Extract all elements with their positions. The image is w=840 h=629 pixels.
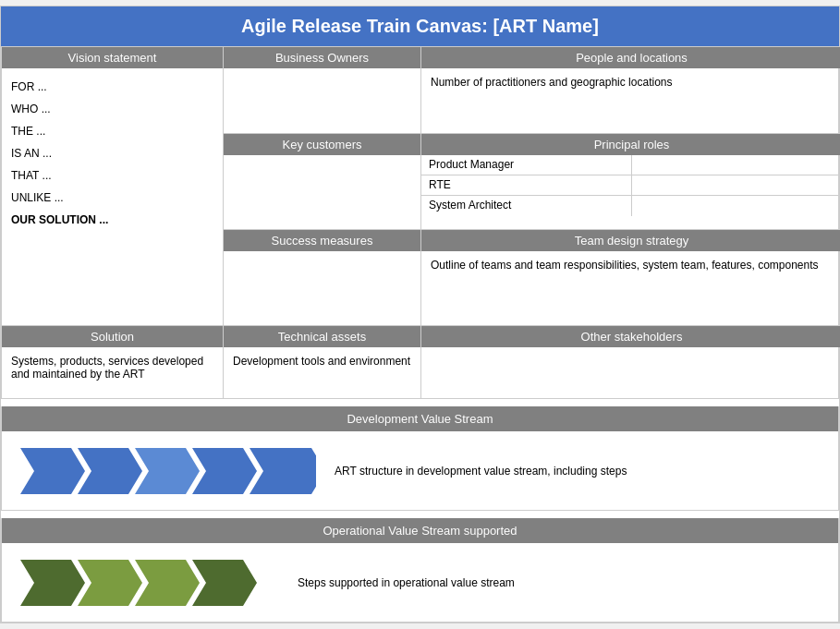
ovs-arrow-svg (20, 560, 279, 606)
people-locations-body: Number of practitioners and geographic l… (421, 68, 840, 133)
role-label-rte: RTE (421, 175, 632, 196)
success-measures-header: Success measures (224, 230, 420, 251)
solution-body: Systems, products, services developed an… (2, 347, 223, 398)
principal-roles-cell: Principal roles Product Manager RTE Syst… (421, 134, 840, 230)
success-measures-cell: Success measures (224, 230, 421, 326)
key-customers-cell: Key customers (224, 134, 421, 230)
ovs-header: Operational Value Stream supported (2, 518, 838, 543)
svg-marker-2 (135, 448, 200, 494)
role-label-pm: Product Manager (421, 155, 632, 175)
svg-marker-1 (78, 448, 142, 494)
dvs-body: ART structure in development value strea… (2, 431, 838, 510)
svg-marker-8 (192, 560, 257, 606)
team-design-cell: Team design strategy Outline of teams an… (421, 230, 840, 326)
key-customers-body (224, 155, 420, 229)
canvas-title: Agile Release Train Canvas: [ART Name] (1, 6, 839, 46)
dvs-arrow-svg (20, 448, 316, 494)
role-label-sa: System Architect (421, 196, 632, 216)
technical-assets-body: Development tools and environment (224, 347, 420, 398)
technical-assets-header: Technical assets (224, 326, 420, 347)
ovs-text: Steps supported in operational value str… (298, 575, 515, 591)
vision-header: Vision statement (2, 47, 223, 68)
ovs-arrows (20, 560, 279, 606)
svg-marker-0 (20, 448, 85, 494)
vision-line-3: THE ... (11, 120, 213, 142)
solution-cell: Solution Systems, products, services dev… (2, 326, 224, 398)
ovs-body: Steps supported in operational value str… (2, 543, 838, 622)
vision-line-4: IS AN ... (11, 142, 213, 164)
key-customers-header: Key customers (224, 134, 420, 155)
svg-marker-5 (20, 560, 85, 606)
svg-marker-6 (78, 560, 142, 606)
svg-marker-4 (250, 448, 316, 494)
business-owners-body (224, 68, 420, 133)
vision-line-6: UNLIKE ... (11, 187, 213, 209)
canvas-wrapper: Agile Release Train Canvas: [ART Name] V… (0, 6, 840, 623)
vision-line-2: WHO ... (11, 98, 213, 120)
vision-line-1: FOR ... (11, 76, 213, 98)
team-design-header: Team design strategy (421, 230, 840, 251)
vision-line-5: THAT ... (11, 164, 213, 187)
technical-assets-cell: Technical assets Development tools and e… (224, 326, 421, 398)
role-value-sa (632, 196, 841, 216)
ovs-section: Operational Value Stream supported Steps… (1, 518, 839, 623)
roles-grid: Product Manager RTE System Architect (421, 155, 840, 216)
other-stakeholders-body (421, 347, 840, 398)
dvs-text: ART structure in development value strea… (335, 463, 627, 479)
svg-marker-7 (135, 560, 200, 606)
dvs-header: Development Value Stream (2, 406, 838, 431)
role-value-rte (632, 175, 841, 196)
business-owners-cell: Business Owners (224, 47, 421, 134)
dvs-arrows (20, 448, 316, 494)
main-grid: Vision statement FOR ... WHO ... THE ...… (1, 46, 839, 326)
vision-cell: Vision statement FOR ... WHO ... THE ...… (2, 47, 224, 326)
other-stakeholders-header: Other stakeholders (421, 326, 840, 347)
business-owners-header: Business Owners (224, 47, 420, 68)
vision-body: FOR ... WHO ... THE ... IS AN ... THAT .… (2, 68, 223, 238)
success-measures-body (224, 251, 420, 325)
people-locations-header: People and locations (421, 47, 840, 68)
people-locations-cell: People and locations Number of practitio… (421, 47, 840, 134)
role-value-pm (632, 155, 841, 175)
dvs-section: Development Value Stream ART structure (1, 406, 839, 511)
team-design-body: Outline of teams and team responsibiliti… (421, 251, 840, 316)
vision-line-7: OUR SOLUTION ... (11, 209, 213, 231)
svg-marker-3 (192, 448, 257, 494)
principal-roles-header: Principal roles (421, 134, 840, 155)
other-stakeholders-cell: Other stakeholders (421, 326, 840, 398)
bottom-row: Solution Systems, products, services dev… (1, 326, 839, 399)
solution-header: Solution (2, 326, 223, 347)
